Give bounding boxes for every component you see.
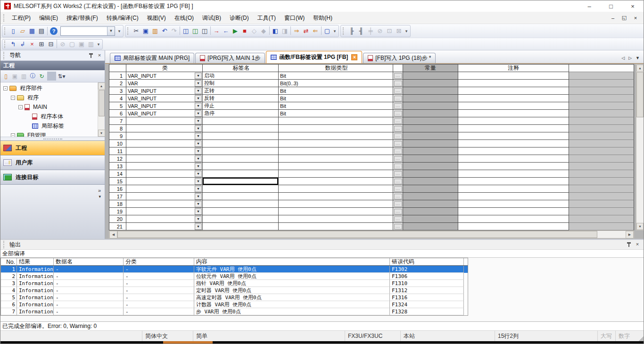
scroll-left-icon[interactable]: ◀	[109, 231, 117, 238]
tab-scroll-right-icon[interactable]: ▷	[628, 56, 632, 60]
ladder-wrap-button[interactable]: ⊠	[394, 26, 404, 36]
type-browse-button[interactable]: ...	[393, 208, 403, 215]
combo-dropdown-icon[interactable]: ▼	[107, 27, 115, 35]
row-number[interactable]: 8	[109, 125, 126, 132]
type-cell[interactable]	[279, 193, 393, 200]
class-cell[interactable]: ▼	[126, 155, 203, 163]
type-browse-button[interactable]: ...	[393, 193, 403, 200]
type-browse-button[interactable]: ...	[393, 163, 403, 170]
register-to-library-button[interactable]: ⊟	[46, 40, 56, 49]
class-cell[interactable]: ▼	[126, 185, 203, 193]
type-browse-button[interactable]: ...	[393, 110, 403, 117]
ladder-find-button[interactable]: ⊘	[375, 26, 385, 36]
output-row[interactable]: 4 Information - - 定时器 VAR用 使用0点 F1312	[1, 287, 468, 294]
type-browse-button[interactable]: ...	[393, 215, 403, 223]
class-cell[interactable]: ▼	[126, 178, 203, 185]
row-number[interactable]: 3	[109, 87, 126, 95]
device-display-button[interactable]: ◧	[271, 26, 280, 36]
label-cell[interactable]: 正转	[203, 87, 279, 95]
label-cell[interactable]	[203, 200, 279, 208]
type-browse-button[interactable]: ...	[393, 125, 403, 132]
type-cell[interactable]	[279, 132, 393, 140]
class-dropdown-icon[interactable]: ▼	[195, 125, 202, 132]
scroll-up-icon[interactable]: ▲	[98, 82, 105, 90]
document-tab[interactable]: 局部标签设置 MAIN [PRG]	[110, 53, 194, 63]
label-cell[interactable]	[203, 193, 279, 200]
monitor-resume-button[interactable]: ◆	[259, 26, 268, 36]
class-dropdown-icon[interactable]: ▼	[195, 223, 202, 230]
row-number[interactable]: 6	[109, 110, 126, 117]
row-number[interactable]: 9	[109, 132, 126, 140]
menu-item[interactable]: 工程(P)	[8, 12, 35, 24]
type-browse-button[interactable]: ...	[393, 178, 403, 185]
nav-view-button[interactable]: 工程	[0, 140, 105, 155]
redo-button[interactable]: ↷	[169, 26, 179, 36]
type-cell[interactable]: Bit(0..3)	[279, 80, 393, 87]
row-number[interactable]: 5	[109, 102, 126, 110]
class-dropdown-icon[interactable]: ▼	[195, 156, 202, 162]
row-number[interactable]: 18	[109, 200, 126, 208]
label-cell[interactable]	[203, 155, 279, 163]
class-cell[interactable]: ▼	[126, 117, 203, 125]
separator[interactable]	[47, 72, 56, 81]
nav-view-button[interactable]: 连接目标	[0, 170, 105, 184]
type-cell[interactable]	[279, 155, 393, 163]
tab-scroll-left-icon[interactable]: ◁	[621, 56, 625, 60]
label-cell[interactable]	[203, 132, 279, 140]
class-dropdown-icon[interactable]: ▼	[195, 88, 202, 94]
row-number[interactable]: 2	[109, 80, 126, 87]
menu-item[interactable]: 调试(B)	[198, 12, 225, 24]
chevron-down-icon[interactable]: ▾	[99, 194, 101, 199]
label-cell[interactable]: 控制	[203, 80, 279, 87]
class-dropdown-icon[interactable]: ▼	[195, 186, 202, 192]
menu-item[interactable]: 帮助(H)	[309, 12, 337, 24]
class-dropdown-icon[interactable]: ▼	[195, 103, 202, 109]
monitor-start-button[interactable]: ▶	[231, 26, 240, 36]
class-cell[interactable]: ▼	[126, 200, 203, 208]
toolbar-overflow-icon[interactable]: ▾	[116, 26, 122, 36]
toolbar-overflow-icon[interactable]: ▾	[96, 40, 101, 49]
output-row[interactable]: 1 Information - - 字软元件 VAR用 使用0点 F1302	[1, 266, 468, 273]
class-cell[interactable]: ▼	[126, 215, 203, 223]
parameter-write-button[interactable]: ⇒	[292, 26, 301, 36]
class-dropdown-icon[interactable]: ▼	[195, 163, 202, 170]
type-cell[interactable]: Bit	[279, 72, 393, 80]
comment-cell[interactable]	[458, 102, 569, 110]
type-browse-button[interactable]: ...	[393, 155, 403, 163]
scrollbar-thumb[interactable]	[117, 231, 597, 238]
tree-expander-icon[interactable]: -	[11, 96, 15, 100]
label-cell[interactable]: 急停	[203, 110, 279, 117]
row-number[interactable]: 7	[109, 117, 126, 125]
monitor-stop-button[interactable]: ■	[240, 26, 249, 36]
monitor-pause-button[interactable]: ◇	[249, 26, 259, 36]
class-cell[interactable]: ▼	[126, 163, 203, 170]
nav-view-button[interactable]: 用户库	[0, 155, 105, 170]
tree-item[interactable]: - MAIN	[0, 102, 98, 112]
toolbar-overflow-icon[interactable]: ▾	[332, 26, 338, 36]
comment-cell[interactable]	[458, 185, 569, 193]
tree-item[interactable]: 局部标签	[0, 121, 98, 131]
tree-item[interactable]: - 程序	[0, 93, 98, 102]
type-browse-button[interactable]: ...	[393, 72, 403, 80]
chevron-icon[interactable]: »	[98, 188, 101, 193]
tree-expander-icon[interactable]: -	[18, 105, 23, 109]
separator[interactable]	[269, 26, 270, 35]
comment-cell[interactable]	[458, 163, 569, 170]
row-number[interactable]: 14	[109, 170, 126, 178]
label-cell[interactable]	[203, 147, 279, 155]
row-number[interactable]: 20	[109, 215, 126, 223]
row-number[interactable]: 12	[109, 155, 126, 163]
class-dropdown-icon[interactable]: ▼	[195, 178, 202, 185]
nav-copy-button[interactable]: ▣	[10, 72, 19, 81]
type-cell[interactable]	[279, 147, 393, 155]
class-cell[interactable]: ▼	[126, 223, 203, 230]
open-project-button[interactable]: ▱	[18, 26, 27, 36]
type-cell[interactable]	[279, 117, 393, 125]
panel-close-icon[interactable]: ×	[634, 241, 641, 248]
check-button[interactable]: ▥	[86, 40, 96, 49]
browse-button[interactable]: ⊘	[58, 40, 67, 49]
menu-item[interactable]: 编辑(E)	[35, 12, 62, 24]
class-dropdown-icon[interactable]: ▼	[195, 73, 202, 79]
toolbar-overflow-icon[interactable]: ▾	[404, 26, 409, 36]
type-cell[interactable]	[279, 200, 393, 208]
